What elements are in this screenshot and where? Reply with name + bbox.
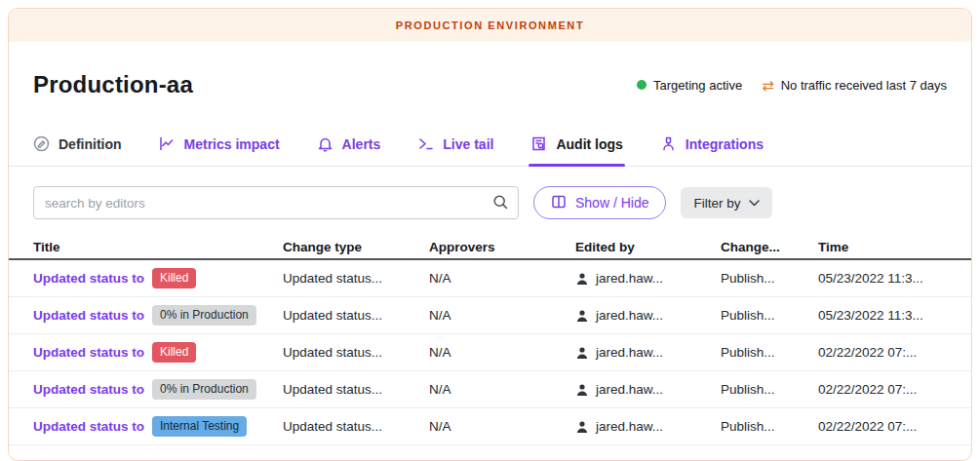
row-edited-by: jared.haw... xyxy=(575,271,721,286)
table-header-row: Title Change type Approvers Edited by Ch… xyxy=(9,235,971,260)
tab-bar: Definition Metrics impact Alerts xyxy=(9,135,971,167)
row-approvers: N/A xyxy=(429,308,575,323)
row-title-cell: Updated status to Killed xyxy=(33,268,283,288)
row-change-type: Updated status... xyxy=(283,271,429,286)
targeting-status: Targeting active xyxy=(637,78,742,93)
tab-metrics-impact[interactable]: Metrics impact xyxy=(159,135,280,152)
table-row[interactable]: Updated status to 0% in Production Updat… xyxy=(9,297,971,334)
row-change: Publish... xyxy=(721,419,818,434)
terminal-icon xyxy=(417,135,434,152)
search-wrapper xyxy=(33,186,519,219)
row-time: 05/23/2022 11:3... xyxy=(818,308,947,323)
row-editor-name: jared.haw... xyxy=(596,308,663,323)
status-badge: 0% in Production xyxy=(152,379,256,399)
row-title-link[interactable]: Updated status to xyxy=(33,308,144,323)
row-editor-name: jared.haw... xyxy=(596,382,663,397)
traffic-status-label: No traffic received last 7 days xyxy=(781,78,947,93)
chevron-down-icon xyxy=(749,200,760,207)
row-change: Publish... xyxy=(721,382,818,397)
row-edited-by: jared.haw... xyxy=(575,308,721,323)
status-badge: 0% in Production xyxy=(152,305,256,325)
search-icon xyxy=(492,194,509,211)
person-icon xyxy=(575,346,589,360)
row-title-link[interactable]: Updated status to xyxy=(33,382,144,397)
column-header-change: Change... xyxy=(721,240,818,254)
green-dot-icon xyxy=(637,80,647,90)
person-icon xyxy=(575,383,589,397)
page-title: Production-aa xyxy=(33,71,193,98)
environment-banner-label: PRODUCTION ENVIRONMENT xyxy=(396,19,584,31)
column-header-change-type: Change type xyxy=(283,240,429,254)
tab-live-tail[interactable]: Live tail xyxy=(417,135,493,152)
tab-definition[interactable]: Definition xyxy=(33,135,122,152)
row-change-type: Updated status... xyxy=(283,419,429,434)
page-header: Production-aa Targeting active ⇄ No traf… xyxy=(9,67,971,102)
row-editor-name: jared.haw... xyxy=(596,419,663,434)
row-title-link[interactable]: Updated status to xyxy=(33,419,144,434)
environment-card: PRODUCTION ENVIRONMENT Production-aa Tar… xyxy=(8,8,972,461)
row-change-type: Updated status... xyxy=(283,382,429,397)
column-header-title: Title xyxy=(33,240,283,254)
definition-icon xyxy=(33,135,50,152)
row-edited-by: jared.haw... xyxy=(575,419,721,434)
metrics-chart-icon xyxy=(159,135,176,152)
row-approvers: N/A xyxy=(429,345,575,360)
filter-by-label: Filter by xyxy=(693,196,740,211)
show-hide-label: Show / Hide xyxy=(575,195,648,211)
filter-by-button[interactable]: Filter by xyxy=(681,187,771,218)
status-badge: Killed xyxy=(152,268,196,288)
audit-log-table: Title Change type Approvers Edited by Ch… xyxy=(9,235,971,445)
row-title-cell: Updated status to Killed xyxy=(33,342,283,362)
tab-audit-logs[interactable]: Audit logs xyxy=(530,135,622,152)
column-header-approvers: Approvers xyxy=(429,240,575,254)
tab-integrations-label: Integrations xyxy=(686,136,764,152)
bell-icon xyxy=(317,135,333,152)
traffic-arrows-icon: ⇄ xyxy=(762,78,774,93)
table-row[interactable]: Updated status to Internal Testing Updat… xyxy=(9,408,971,445)
search-input[interactable] xyxy=(33,186,519,219)
table-row[interactable]: Updated status to Killed Updated status.… xyxy=(9,260,971,297)
row-approvers: N/A xyxy=(429,382,575,397)
row-approvers: N/A xyxy=(429,271,575,286)
row-change: Publish... xyxy=(721,308,818,323)
show-hide-button[interactable]: Show / Hide xyxy=(533,186,666,219)
tab-integrations[interactable]: Integrations xyxy=(660,135,764,152)
row-title-cell: Updated status to 0% in Production xyxy=(33,379,283,399)
row-change-type: Updated status... xyxy=(283,308,429,323)
status-badge: Internal Testing xyxy=(152,416,247,436)
person-icon xyxy=(575,420,589,434)
toolbar: Show / Hide Filter by xyxy=(9,186,971,219)
person-icon xyxy=(575,309,589,323)
row-editor-name: jared.haw... xyxy=(596,271,663,286)
row-title-link[interactable]: Updated status to xyxy=(33,345,144,360)
tab-audit-logs-label: Audit logs xyxy=(556,136,622,152)
row-change-type: Updated status... xyxy=(283,345,429,360)
column-header-edited-by: Edited by xyxy=(575,240,721,254)
tab-alerts[interactable]: Alerts xyxy=(317,135,381,152)
column-header-time: Time xyxy=(818,240,947,254)
row-edited-by: jared.haw... xyxy=(575,382,721,397)
status-group: Targeting active ⇄ No traffic received l… xyxy=(637,78,947,93)
row-editor-name: jared.haw... xyxy=(596,345,663,360)
row-title-cell: Updated status to Internal Testing xyxy=(33,416,283,436)
row-title-link[interactable]: Updated status to xyxy=(33,271,144,286)
row-approvers: N/A xyxy=(429,419,575,434)
columns-icon xyxy=(551,194,567,212)
row-time: 02/22/2022 07:... xyxy=(818,419,947,434)
row-title-cell: Updated status to 0% in Production xyxy=(33,305,283,325)
tab-metrics-impact-label: Metrics impact xyxy=(184,136,280,152)
tab-alerts-label: Alerts xyxy=(342,136,381,152)
row-change: Publish... xyxy=(721,271,818,286)
environment-banner: PRODUCTION ENVIRONMENT xyxy=(9,9,971,42)
traffic-status: ⇄ No traffic received last 7 days xyxy=(762,78,947,93)
integrations-icon xyxy=(660,135,677,152)
audit-log-icon xyxy=(530,135,547,152)
row-time: 05/23/2022 11:3... xyxy=(818,271,947,286)
row-time: 02/22/2022 07:... xyxy=(818,382,947,397)
targeting-status-label: Targeting active xyxy=(653,78,742,93)
tab-definition-label: Definition xyxy=(59,136,122,152)
row-edited-by: jared.haw... xyxy=(575,345,721,360)
table-row[interactable]: Updated status to Killed Updated status.… xyxy=(9,334,971,371)
table-row[interactable]: Updated status to 0% in Production Updat… xyxy=(9,371,971,408)
tab-live-tail-label: Live tail xyxy=(443,136,493,152)
